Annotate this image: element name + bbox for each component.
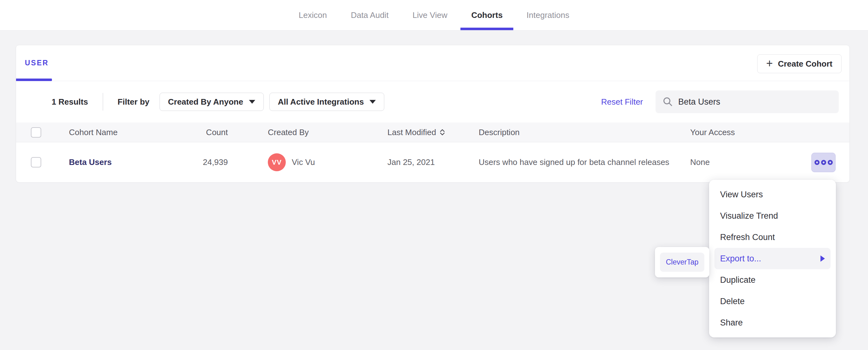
tab-user[interactable]: USER <box>16 45 49 81</box>
integrations-dropdown-value: All Active Integrations <box>278 97 364 107</box>
export-submenu: CleverTap <box>655 247 709 277</box>
actions-cell <box>811 142 836 182</box>
cohort-name-link[interactable]: Beta Users <box>69 158 112 167</box>
search-icon <box>662 97 673 107</box>
menu-item-share[interactable]: Share <box>714 312 831 334</box>
select-all-checkbox[interactable] <box>31 127 41 138</box>
create-cohort-label: Create Cohort <box>778 59 832 69</box>
row-checkbox-cell <box>31 142 41 182</box>
created-by-dropdown[interactable]: Created By Anyone <box>160 93 264 111</box>
chevron-down-icon <box>249 100 255 104</box>
top-navigation: Lexicon Data Audit Live View Cohorts Int… <box>0 0 868 31</box>
nav-tab-cohorts[interactable]: Cohorts <box>469 0 504 30</box>
header-description: Description <box>479 123 686 142</box>
header-count[interactable]: Count <box>148 123 228 142</box>
header-cohort-name[interactable]: Cohort Name <box>69 123 118 142</box>
created-by-dropdown-value: Created By Anyone <box>168 97 243 107</box>
nav-tab-live-view[interactable]: Live View <box>411 0 450 30</box>
plus-icon: + <box>766 58 773 69</box>
nav-tab-lexicon[interactable]: Lexicon <box>297 0 329 30</box>
filter-bar-right: Reset Filter <box>601 91 839 113</box>
created-by-cell: VV Vic Vu <box>268 142 315 182</box>
ellipsis-icon <box>828 160 833 165</box>
row-actions-button[interactable] <box>811 153 836 172</box>
search-box[interactable] <box>656 91 839 113</box>
last-modified-cell: Jan 25, 2021 <box>388 142 435 182</box>
nav-tab-data-audit[interactable]: Data Audit <box>349 0 391 30</box>
count-cell: 24,939 <box>148 142 228 182</box>
header-created-by[interactable]: Created By <box>268 123 309 142</box>
cohorts-page: Lexicon Data Audit Live View Cohorts Int… <box>0 0 868 350</box>
menu-item-export-to-label: Export to... <box>720 254 761 264</box>
select-all-cell <box>31 123 41 142</box>
create-cohort-button[interactable]: + Create Cohort <box>757 55 842 73</box>
ellipsis-icon <box>814 160 819 165</box>
row-checkbox[interactable] <box>31 157 41 168</box>
row-actions-menu: View Users Visualize Trend Refresh Count… <box>709 180 836 338</box>
menu-item-duplicate[interactable]: Duplicate <box>714 269 831 291</box>
filter-by-label: Filter by <box>118 97 150 107</box>
table-row: Beta Users 24,939 VV Vic Vu Jan 25, 2021… <box>16 142 849 182</box>
divider <box>102 93 103 111</box>
menu-item-export-to[interactable]: Export to... <box>714 248 831 269</box>
tab-user-label: USER <box>25 59 49 67</box>
avatar: VV <box>268 153 286 171</box>
sort-icon[interactable] <box>439 129 445 136</box>
search-input[interactable] <box>678 97 832 107</box>
nav-tab-integrations[interactable]: Integrations <box>525 0 571 30</box>
reset-filter-link[interactable]: Reset Filter <box>601 97 643 107</box>
description-cell: Users who have signed up for beta channe… <box>479 142 686 182</box>
menu-item-delete[interactable]: Delete <box>714 291 831 312</box>
filter-bar: 1 Results Filter by Created By Anyone Al… <box>16 81 849 123</box>
results-count: 1 Results <box>52 97 88 107</box>
menu-item-visualize-trend[interactable]: Visualize Trend <box>714 205 831 226</box>
header-last-modified-label: Last Modified <box>388 128 436 137</box>
menu-item-view-users[interactable]: View Users <box>714 184 831 205</box>
access-cell: None <box>690 142 710 182</box>
cohort-name-cell: Beta Users <box>69 142 112 182</box>
submenu-item-clevertap[interactable]: CleverTap <box>660 253 704 272</box>
chevron-down-icon <box>370 100 376 104</box>
submenu-arrow-icon <box>820 255 825 262</box>
ellipsis-icon <box>821 160 826 165</box>
creator-name: Vic Vu <box>292 158 315 167</box>
card-tabs-strip: USER + Create Cohort <box>16 45 849 81</box>
menu-item-refresh-count[interactable]: Refresh Count <box>714 226 831 248</box>
header-your-access: Your Access <box>690 123 735 142</box>
table-header: Cohort Name Count Created By Last Modifi… <box>16 123 849 142</box>
tab-user-active-indicator <box>16 78 52 81</box>
description-text: Users who have signed up for beta channe… <box>479 156 670 168</box>
cohorts-card: USER + Create Cohort 1 Results Filter by… <box>16 45 850 182</box>
integrations-dropdown[interactable]: All Active Integrations <box>270 93 384 111</box>
header-last-modified[interactable]: Last Modified <box>388 123 445 142</box>
